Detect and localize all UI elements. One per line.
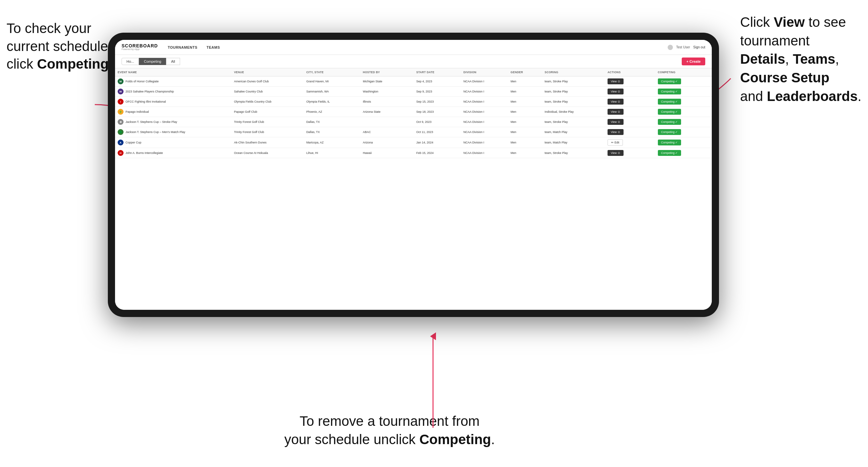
cell-division: NCAA Division I <box>461 148 508 158</box>
event-name-text: Copper Cup <box>125 141 142 144</box>
scoreboard-logo: SCOREBOARD Powered by clippi <box>122 43 158 51</box>
cell-scoring: team, Stroke Play <box>542 148 605 158</box>
cell-competing: Competing ✓ <box>655 137 712 148</box>
cell-gender: Men <box>508 127 542 137</box>
tab-all[interactable]: All <box>166 58 180 65</box>
cell-venue: Ocean Course At Hokuala <box>231 148 304 158</box>
table-row: 🌲 Jackson T. Stephens Cup – Men's Match … <box>115 127 712 137</box>
cell-city: Dallas, TX <box>304 117 360 127</box>
cell-venue: Sahalee Country Club <box>231 87 304 97</box>
cell-competing: Competing ✓ <box>655 97 712 107</box>
cell-event-name: M Folds of Honor Collegiate <box>115 76 231 87</box>
cell-venue: Papago Golf Club <box>231 107 304 117</box>
cell-gender: Men <box>508 148 542 158</box>
col-header-venue: VENUE <box>231 68 304 76</box>
signout-link[interactable]: Sign out <box>693 45 705 49</box>
table-row: M Folds of Honor Collegiate American Dun… <box>115 76 712 87</box>
cell-hosted-by: Arizona State <box>360 107 414 117</box>
cell-event-name: I OFCC Fighting Illini Invitational <box>115 97 231 107</box>
toolbar: Ho... Competing All + Create <box>115 55 712 68</box>
cell-start-date: Jan 14, 2024 <box>414 137 461 148</box>
table-row: A Copper Cup Ak-Chin Southern DunesMaric… <box>115 137 712 148</box>
cell-hosted-by: Michigan State <box>360 76 414 87</box>
cell-competing: Competing ✓ <box>655 107 712 117</box>
cell-actions: View ⊙ <box>605 87 655 97</box>
competing-button[interactable]: Competing ✓ <box>658 119 681 125</box>
event-name-text: Jackson T. Stephens Cup – Stroke Play <box>125 120 177 124</box>
user-avatar-icon <box>668 45 673 50</box>
cell-scoring: team, Match Play <box>542 137 605 148</box>
tab-competing[interactable]: Competing <box>139 58 166 65</box>
cell-venue: Olympia Fields Country Club <box>231 97 304 107</box>
view-button[interactable]: View ⊙ <box>608 99 624 104</box>
cell-start-date: Feb 15, 2024 <box>414 148 461 158</box>
tournaments-table: EVENT NAME VENUE CITY, STATE HOSTED BY S… <box>115 68 712 158</box>
competing-button[interactable]: Competing ✓ <box>658 89 681 94</box>
cell-division: NCAA Division I <box>461 137 508 148</box>
event-name-with-logo: ⊕ Jackson T. Stephens Cup – Stroke Play <box>118 119 229 125</box>
cell-scoring: team, Stroke Play <box>542 76 605 87</box>
cell-division: NCAA Division I <box>461 87 508 97</box>
view-button[interactable]: View ⊙ <box>608 119 624 125</box>
team-logo: W <box>118 89 124 94</box>
competing-button[interactable]: Competing ✓ <box>658 109 681 115</box>
cell-gender: Men <box>508 97 542 107</box>
create-button[interactable]: + Create <box>682 58 705 65</box>
nav-teams[interactable]: TEAMS <box>207 45 220 49</box>
competing-button[interactable]: Competing ✓ <box>658 99 681 104</box>
cell-event-name: 🌵 Papago Individual <box>115 107 231 117</box>
view-button[interactable]: View ⊙ <box>608 79 624 84</box>
col-header-event: EVENT NAME <box>115 68 231 76</box>
col-header-competing: COMPETING <box>655 68 712 76</box>
nav-tournaments[interactable]: TOURNAMENTS <box>168 45 197 49</box>
cell-city: Phoenix, AZ <box>304 107 360 117</box>
tablet-screen: SCOREBOARD Powered by clippi TOURNAMENTS… <box>115 40 712 310</box>
cell-gender: Men <box>508 87 542 97</box>
view-button[interactable]: View ⊙ <box>608 109 624 115</box>
competing-button[interactable]: Competing ✓ <box>658 139 681 146</box>
cell-start-date: Oct 9, 2023 <box>414 117 461 127</box>
cell-division: NCAA Division I <box>461 76 508 87</box>
cell-event-name: H John A. Burns Intercollegiate <box>115 148 231 158</box>
competing-button[interactable]: Competing ✓ <box>658 79 681 84</box>
table-body: M Folds of Honor Collegiate American Dun… <box>115 76 712 158</box>
cell-scoring: team, Stroke Play <box>542 87 605 97</box>
table-row: W 2023 Sahalee Players Championship Saha… <box>115 87 712 97</box>
cell-competing: Competing ✓ <box>655 148 712 158</box>
event-name-with-logo: A Copper Cup <box>118 139 229 146</box>
col-header-hosted: HOSTED BY <box>360 68 414 76</box>
cell-hosted-by <box>360 117 414 127</box>
view-button[interactable]: View ⊙ <box>608 129 624 135</box>
cell-gender: Men <box>508 117 542 127</box>
cell-scoring: team, Stroke Play <box>542 117 605 127</box>
edit-button[interactable]: ✏ Edit <box>608 139 623 146</box>
competing-button[interactable]: Competing ✓ <box>658 150 681 156</box>
view-button[interactable]: View ⊙ <box>608 150 624 156</box>
team-logo: ⊕ <box>118 119 124 125</box>
view-button[interactable]: View ⊙ <box>608 89 624 94</box>
cell-start-date: Oct 11, 2023 <box>414 127 461 137</box>
cell-actions: View ⊙ <box>605 97 655 107</box>
cell-venue: American Dunes Golf Club <box>231 76 304 87</box>
cell-scoring: team, Stroke Play <box>542 97 605 107</box>
competing-button[interactable]: Competing ✓ <box>658 129 681 135</box>
col-header-city: CITY, STATE <box>304 68 360 76</box>
powered-by: Powered by clippi <box>122 48 158 51</box>
table-row: 🌵 Papago Individual Papago Golf ClubPhoe… <box>115 107 712 117</box>
tab-home[interactable]: Ho... <box>122 58 139 65</box>
annotation-topleft-text: To check your current schedule, click Co… <box>6 21 113 71</box>
cell-venue: Trinity Forest Golf Club <box>231 117 304 127</box>
team-logo: I <box>118 99 124 104</box>
col-header-gender: GENDER <box>508 68 542 76</box>
col-header-scoring: SCORING <box>542 68 605 76</box>
brand-name: SCOREBOARD <box>122 43 158 48</box>
event-name-text: OFCC Fighting Illini Invitational <box>125 100 166 103</box>
event-name-with-logo: I OFCC Fighting Illini Invitational <box>118 99 229 104</box>
team-logo: M <box>118 79 124 84</box>
cell-actions: View ⊙ <box>605 127 655 137</box>
cell-gender: Men <box>508 107 542 117</box>
table-row: I OFCC Fighting Illini Invitational Olym… <box>115 97 712 107</box>
event-name-text: Papago Individual <box>125 110 149 114</box>
event-name-with-logo: 🌲 Jackson T. Stephens Cup – Men's Match … <box>118 129 229 135</box>
annotation-bottom: To remove a tournament from your schedul… <box>284 412 495 449</box>
